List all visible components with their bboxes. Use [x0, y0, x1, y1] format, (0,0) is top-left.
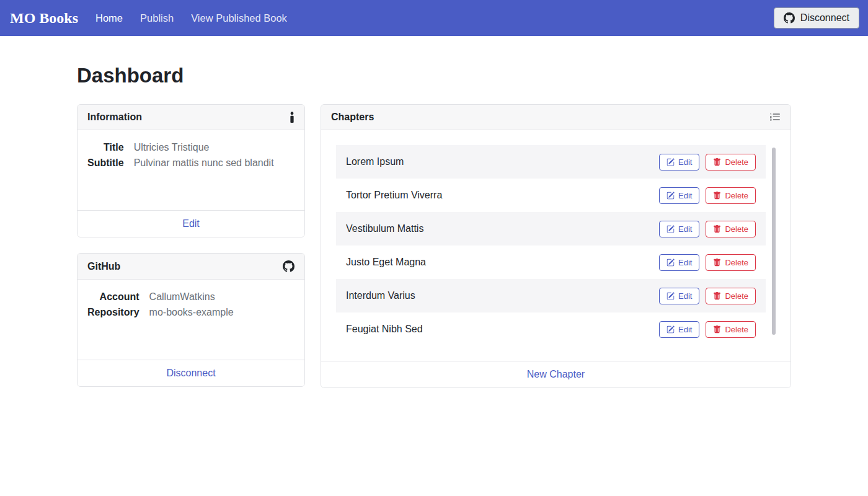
chapter-title: Justo Eget Magna [346, 257, 426, 268]
edit-chapter-button[interactable]: Edit [659, 321, 699, 338]
information-card: Information Title Ultricies Tristique Su… [77, 104, 305, 237]
delete-button-label: Delete [725, 225, 748, 233]
nav-link-home[interactable]: Home [87, 7, 131, 29]
edit-chapter-button[interactable]: Edit [659, 221, 699, 237]
information-card-footer: Edit [78, 210, 304, 237]
information-field-label: Title [87, 140, 124, 155]
chapter-actions: Edit Delete [659, 288, 756, 304]
github-field-label: Account [87, 290, 140, 304]
edit-button-label: Edit [678, 259, 692, 267]
chapters-card-footer: New Chapter [321, 361, 790, 388]
edit-button-label: Edit [678, 225, 692, 233]
github-card-body: Account CallumWatkins Repository mo-book… [78, 280, 304, 360]
information-field-value: Pulvinar mattis nunc sed blandit [134, 156, 294, 170]
pencil-square-icon [666, 292, 675, 300]
trash-icon [713, 225, 721, 233]
chapter-actions: Edit Delete [659, 221, 756, 237]
disconnect-github-link[interactable]: Disconnect [166, 368, 215, 378]
nav-link-publish[interactable]: Publish [131, 7, 182, 29]
delete-chapter-button[interactable]: Delete [706, 288, 756, 304]
information-card-header: Information [78, 105, 304, 130]
ordered-list-icon [769, 112, 781, 123]
chapters-scrollbar[interactable] [772, 148, 776, 335]
github-card: GitHub Account CallumWatkins Repository … [77, 253, 305, 387]
brand-logo[interactable]: MO Books [10, 10, 78, 27]
delete-button-label: Delete [725, 326, 748, 334]
information-field-value: Ultricies Tristique [134, 140, 294, 155]
edit-button-label: Edit [678, 192, 692, 200]
delete-button-label: Delete [725, 259, 748, 267]
main-content: Dashboard Information Title Ultri [77, 64, 791, 388]
trash-icon [713, 192, 721, 200]
information-card-body: Title Ultricies Tristique Subtitle Pulvi… [78, 130, 304, 210]
left-column: Information Title Ultricies Tristique Su… [77, 104, 305, 387]
chapters-card-title: Chapters [331, 112, 374, 123]
chapter-row: Feugiat Nibh Sed Edit Delete [336, 312, 766, 346]
chapter-title: Interdum Varius [346, 290, 415, 301]
chapter-title: Feugiat Nibh Sed [346, 324, 423, 335]
trash-icon [713, 158, 721, 166]
delete-chapter-button[interactable]: Delete [706, 254, 756, 271]
github-field-value: mo-books-example [149, 305, 294, 320]
edit-button-label: Edit [678, 158, 692, 166]
navbar-disconnect-button[interactable]: Disconnect [774, 7, 859, 29]
nav-links: Home Publish View Published Book [87, 7, 296, 29]
chapter-row: Lorem Ipsum Edit Delete [336, 145, 766, 179]
new-chapter-link[interactable]: New Chapter [527, 369, 585, 379]
info-icon [290, 112, 294, 123]
chapter-row: Vestibulum Mattis Edit Delete [336, 212, 766, 246]
pencil-square-icon [666, 158, 675, 166]
nav-link-view-published-book[interactable]: View Published Book [182, 7, 296, 29]
chapter-list: Lorem Ipsum Edit Delete [336, 145, 776, 346]
chapter-title: Vestibulum Mattis [346, 223, 423, 234]
page-title: Dashboard [77, 64, 791, 87]
github-icon [283, 260, 294, 272]
delete-chapter-button[interactable]: Delete [706, 321, 756, 338]
delete-chapter-button[interactable]: Delete [706, 221, 756, 237]
page: MO Books Home Publish View Published Boo… [0, 0, 868, 496]
edit-chapter-button[interactable]: Edit [659, 288, 699, 304]
trash-icon [713, 259, 721, 267]
chapter-actions: Edit Delete [659, 187, 756, 204]
information-field-label: Subtitle [87, 156, 124, 170]
chapter-actions: Edit Delete [659, 321, 756, 338]
chapter-title: Tortor Pretium Viverra [346, 190, 442, 201]
delete-button-label: Delete [725, 192, 748, 200]
chapter-actions: Edit Delete [659, 254, 756, 271]
pencil-square-icon [666, 259, 675, 267]
chapter-title: Lorem Ipsum [346, 156, 404, 167]
github-card-header: GitHub [78, 254, 304, 280]
delete-chapter-button[interactable]: Delete [706, 187, 756, 204]
chapters-card-header: Chapters [321, 105, 790, 130]
trash-icon [713, 326, 721, 334]
delete-button-label: Delete [725, 158, 748, 166]
edit-button-label: Edit [678, 326, 692, 334]
chapters-card-body: Lorem Ipsum Edit Delete [321, 130, 790, 361]
chapters-card: Chapters Lorem Ipsum Edit [321, 104, 791, 388]
github-card-title: GitHub [87, 261, 120, 272]
github-field-label: Repository [87, 305, 140, 320]
pencil-square-icon [666, 192, 675, 200]
edit-chapter-button[interactable]: Edit [659, 154, 699, 170]
delete-button-label: Delete [725, 292, 748, 300]
dashboard-layout: Information Title Ultricies Tristique Su… [77, 104, 791, 388]
information-card-title: Information [87, 112, 142, 123]
github-card-footer: Disconnect [78, 360, 304, 386]
edit-button-label: Edit [678, 292, 692, 300]
chapter-row: Interdum Varius Edit Delete [336, 279, 766, 312]
edit-chapter-button[interactable]: Edit [659, 254, 699, 271]
chapter-row: Tortor Pretium Viverra Edit Delete [336, 179, 766, 212]
edit-chapter-button[interactable]: Edit [659, 187, 699, 204]
github-icon [784, 12, 795, 24]
trash-icon [713, 292, 721, 300]
pencil-square-icon [666, 225, 675, 233]
chapter-actions: Edit Delete [659, 154, 756, 170]
edit-information-link[interactable]: Edit [182, 218, 200, 229]
delete-chapter-button[interactable]: Delete [706, 154, 756, 170]
chapter-row: Justo Eget Magna Edit Delete [336, 246, 766, 279]
pencil-square-icon [666, 326, 675, 334]
navbar: MO Books Home Publish View Published Boo… [0, 0, 868, 36]
navbar-disconnect-label: Disconnect [800, 12, 849, 24]
github-field-value: CallumWatkins [149, 290, 294, 304]
